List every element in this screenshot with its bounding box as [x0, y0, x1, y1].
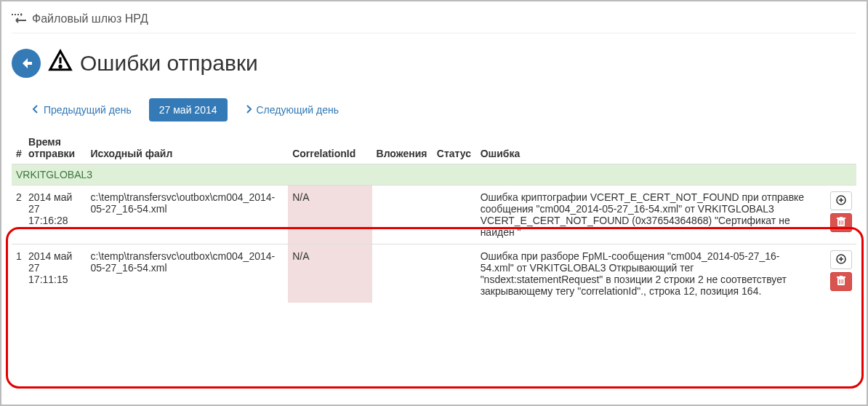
next-day-label: Следующий день — [257, 104, 339, 116]
svg-rect-10 — [843, 220, 843, 225]
svg-rect-17 — [839, 279, 840, 284]
col-att: Вложения — [372, 132, 433, 164]
transfer-icon — [12, 12, 26, 25]
trash-icon — [837, 276, 845, 288]
divider — [12, 33, 856, 33]
svg-point-1 — [60, 65, 61, 67]
back-button[interactable] — [12, 49, 41, 78]
date-pager: Предыдущий день 27 май 2014 Следующий де… — [22, 98, 856, 122]
chevron-left-icon — [32, 104, 39, 116]
cell-status — [433, 186, 476, 244]
delete-button[interactable] — [830, 213, 852, 232]
cell-file: c:\temp\transfersvc\outbox\cm004_2014-05… — [87, 186, 289, 244]
cell-att — [372, 244, 433, 303]
app-title: Файловый шлюз НРД — [32, 12, 148, 25]
cell-err: Ошибка при разборе FpML-сообщения "cm004… — [476, 244, 818, 303]
prev-day-label: Предыдущий день — [44, 104, 132, 116]
cell-num: 1 — [12, 244, 24, 303]
col-num: # — [12, 132, 24, 164]
cell-num: 2 — [12, 186, 24, 244]
svg-rect-8 — [839, 220, 840, 225]
cell-corr: N/A — [288, 244, 371, 303]
plus-circle-icon — [836, 195, 846, 207]
trash-icon — [837, 217, 845, 229]
col-file: Исходный файл — [87, 132, 289, 164]
cell-att — [372, 186, 433, 244]
col-status: Статус — [433, 132, 476, 164]
current-date-button[interactable]: 27 май 2014 — [149, 98, 228, 122]
cell-err: Ошибка криптографии VCERT_E_CERT_NOT_FOU… — [476, 186, 818, 244]
cell-time: 2014 май 27 17:16:28 — [24, 186, 86, 244]
group-name: VRKITGLOBAL3 — [12, 164, 856, 186]
cell-corr: N/A — [288, 186, 371, 244]
details-button[interactable] — [830, 250, 852, 269]
app-header: Файловый шлюз НРД — [12, 9, 856, 33]
table-row: 1 2014 май 27 17:11:15 c:\temp\transfers… — [12, 244, 856, 303]
errors-table: # Время отправки Исходный файл Correlati… — [12, 132, 856, 303]
cell-status — [433, 244, 476, 303]
group-row: VRKITGLOBAL3 — [12, 164, 856, 186]
delete-button[interactable] — [830, 272, 852, 291]
page-title: Ошибки отправки — [48, 48, 258, 78]
next-day-button[interactable]: Следующий день — [235, 98, 349, 122]
cell-file: c:\temp\transfersvc\outbox\cm004_2014-05… — [87, 244, 289, 303]
svg-rect-18 — [841, 279, 842, 284]
col-corr: CorrelationId — [288, 132, 371, 164]
svg-rect-7 — [840, 217, 843, 218]
plus-circle-icon — [836, 254, 846, 266]
current-date-label: 27 май 2014 — [159, 104, 217, 116]
table-row: 2 2014 май 27 17:16:28 c:\temp\transfers… — [12, 186, 856, 244]
svg-rect-19 — [843, 279, 843, 284]
chevron-right-icon — [245, 104, 252, 116]
col-time: Время отправки — [24, 132, 86, 164]
svg-rect-9 — [841, 220, 842, 225]
page-header: Ошибки отправки — [12, 48, 856, 78]
page-title-text: Ошибки отправки — [80, 51, 258, 76]
details-button[interactable] — [830, 191, 852, 210]
cell-time: 2014 май 27 17:11:15 — [24, 244, 86, 303]
svg-rect-16 — [840, 276, 843, 277]
col-err: Ошибка — [476, 132, 818, 164]
prev-day-button[interactable]: Предыдущий день — [22, 98, 142, 122]
warning-icon — [48, 48, 73, 78]
